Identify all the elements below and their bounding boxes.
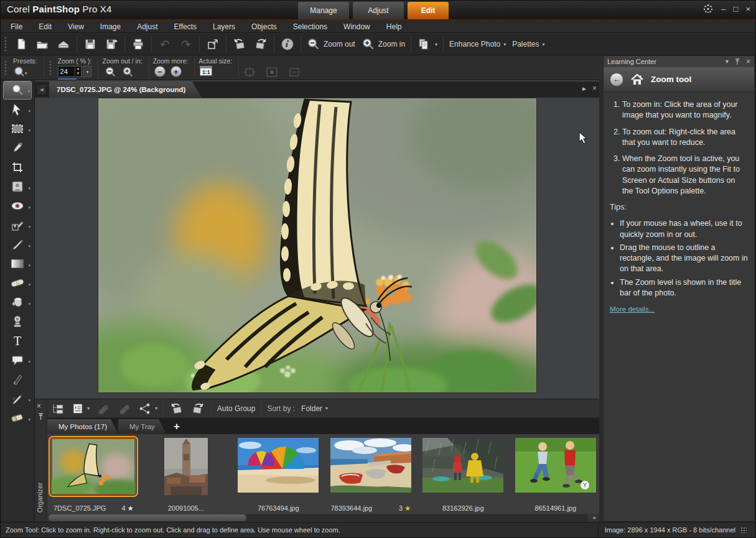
doc-nav-left-button[interactable]: ◄ bbox=[37, 84, 47, 95]
makeover-tool[interactable]: ▾ bbox=[3, 177, 32, 196]
eraser-tool[interactable]: ▾ bbox=[3, 409, 32, 427]
thumbnail-tower[interactable]: 20091005... bbox=[142, 438, 230, 514]
doc-close-button[interactable]: × bbox=[592, 84, 597, 93]
image-information-button[interactable] bbox=[277, 35, 298, 53]
selection-tool[interactable]: ▾ bbox=[3, 119, 32, 138]
maximize-button[interactable]: □ bbox=[734, 5, 739, 13]
back-button[interactable]: ← bbox=[610, 73, 623, 86]
gradient-swatch-tool[interactable]: ▾ bbox=[3, 254, 32, 273]
fit-image-to-window-icon[interactable] bbox=[265, 67, 279, 78]
menu-file[interactable]: File bbox=[11, 22, 22, 31]
home-button[interactable] bbox=[630, 73, 645, 86]
crop-tool[interactable] bbox=[3, 158, 32, 177]
copy-special-button[interactable]: ▾ bbox=[414, 35, 441, 53]
blemish-fix-tool[interactable]: ▾ bbox=[3, 274, 32, 292]
red-eye-tool[interactable]: ▾ bbox=[3, 197, 32, 215]
print-button[interactable] bbox=[128, 35, 149, 53]
close-button[interactable]: × bbox=[745, 5, 750, 13]
zoom-out-small-icon[interactable] bbox=[105, 66, 117, 78]
tag-button[interactable] bbox=[93, 399, 114, 418]
spin-down-icon[interactable]: ▼ bbox=[75, 72, 82, 77]
zoom-slider-toggle[interactable]: ▾ bbox=[83, 66, 91, 77]
menu-view[interactable]: View bbox=[68, 22, 84, 31]
org-rotate-left-button[interactable] bbox=[166, 399, 187, 418]
image-canvas[interactable] bbox=[35, 98, 599, 399]
palettes-button[interactable]: Palettes ▾ bbox=[509, 35, 548, 53]
zoom-slider-indicator[interactable] bbox=[58, 78, 77, 80]
zoom-more-out-button[interactable]: − bbox=[154, 66, 166, 77]
zoom-percent-input[interactable]: 24 ▲ ▼ bbox=[58, 66, 82, 77]
panel-pin-icon[interactable] bbox=[734, 58, 740, 65]
menu-image[interactable]: Image bbox=[100, 22, 121, 31]
spin-up-icon[interactable]: ▲ bbox=[75, 67, 82, 72]
document-tab[interactable]: 7DSC_0725.JPG @ 24% (Background) bbox=[49, 81, 202, 98]
fit-to-screen-icon[interactable] bbox=[287, 67, 301, 78]
rotate-right-button[interactable] bbox=[250, 35, 271, 53]
preset-shape-tool[interactable]: ▾ bbox=[3, 351, 32, 369]
thumbnail-rain-kids[interactable]: 83162926.jpg bbox=[419, 438, 507, 514]
organizer-close-button[interactable]: × bbox=[37, 402, 41, 410]
share-button[interactable]: ▾ bbox=[135, 399, 161, 418]
undo-button[interactable]: ↶ bbox=[154, 35, 175, 53]
thumbnail-scrollbar[interactable] bbox=[49, 514, 588, 521]
enhance-photo-button[interactable]: Enhance Photo ▾ bbox=[446, 35, 509, 53]
tab-my-photos[interactable]: My Photos (17) bbox=[47, 419, 118, 434]
thumbnail-butterfly[interactable]: 7DSC_0725.JPG 4★ bbox=[50, 438, 138, 514]
warp-brush-tool[interactable]: ▾ bbox=[3, 389, 32, 408]
tab-edit[interactable]: Edit bbox=[408, 2, 449, 19]
fit-window-to-image-icon[interactable] bbox=[243, 67, 256, 78]
tag-play-button[interactable] bbox=[114, 399, 135, 418]
presets-zoom-icon[interactable]: ▾ bbox=[13, 66, 28, 78]
doc-nav-right-button[interactable]: ► bbox=[581, 85, 587, 92]
resize-grip[interactable] bbox=[740, 527, 747, 533]
flood-fill-tool[interactable]: ▾ bbox=[3, 293, 32, 312]
rotate-left-button[interactable] bbox=[229, 35, 250, 53]
menu-window[interactable]: Window bbox=[343, 22, 370, 31]
organizer-menu-button[interactable]: ▾ bbox=[68, 399, 93, 418]
resize-button[interactable] bbox=[202, 35, 223, 53]
new-file-button[interactable] bbox=[11, 35, 32, 53]
zoom-in-button[interactable]: Zoom in bbox=[358, 35, 408, 53]
options-drag-handle[interactable] bbox=[4, 60, 7, 76]
toolbar-drag-handle[interactable] bbox=[4, 36, 7, 52]
thumbnail-scrollbar-thumb[interactable] bbox=[49, 514, 246, 521]
text-tool[interactable]: T bbox=[3, 332, 32, 350]
retouch-brush-tool[interactable]: ▾ bbox=[3, 216, 32, 234]
menu-layers[interactable]: Layers bbox=[213, 22, 235, 31]
zoom-more-in-button[interactable]: + bbox=[170, 66, 182, 77]
menu-adjust[interactable]: Adjust bbox=[137, 22, 157, 31]
pen-tool[interactable] bbox=[3, 370, 32, 389]
menu-selections[interactable]: Selections bbox=[293, 22, 327, 31]
thumbnail-umbrellas[interactable]: 76763494.jpg bbox=[235, 438, 322, 514]
zoom-out-button[interactable]: Zoom out bbox=[304, 35, 358, 53]
add-tray-button[interactable]: + bbox=[166, 419, 187, 434]
scan-import-button[interactable] bbox=[53, 35, 74, 53]
menu-effects[interactable]: Effects bbox=[174, 22, 197, 31]
zoom-percent-value[interactable]: 24 bbox=[58, 68, 75, 75]
redo-button[interactable]: ↷ bbox=[175, 35, 197, 53]
organizer-pin-icon[interactable] bbox=[37, 413, 44, 420]
butterfly-photo[interactable] bbox=[98, 98, 536, 392]
paint-brush-tool[interactable]: ▾ bbox=[3, 235, 32, 254]
minimize-button[interactable]: – bbox=[721, 5, 726, 13]
zoom-tool[interactable]: ▾ bbox=[3, 81, 32, 100]
org-rotate-right-button[interactable] bbox=[187, 399, 208, 418]
panel-menu-icon[interactable]: ▾ bbox=[726, 58, 729, 65]
picture-tube-tool[interactable] bbox=[3, 312, 32, 331]
more-details-link[interactable]: More details... bbox=[610, 305, 655, 315]
zoom-in-small-icon[interactable] bbox=[122, 66, 134, 78]
menu-edit[interactable]: Edit bbox=[39, 22, 52, 31]
sort-by-dropdown[interactable]: Folder ▾ bbox=[298, 399, 331, 418]
menu-help[interactable]: Help bbox=[386, 22, 402, 31]
zoom-spinner[interactable]: ▲ ▼ bbox=[75, 67, 82, 77]
save-as-button[interactable] bbox=[101, 35, 122, 53]
save-button[interactable] bbox=[80, 35, 101, 53]
open-button[interactable] bbox=[32, 35, 53, 53]
pick-tool[interactable]: ▾ bbox=[3, 100, 32, 119]
menu-objects[interactable]: Objects bbox=[251, 22, 277, 31]
thumbnail-soccer[interactable]: 86514961.jpg bbox=[512, 438, 600, 514]
scroll-right-button[interactable]: ► bbox=[592, 515, 597, 521]
tab-manage[interactable]: Manage bbox=[298, 2, 349, 19]
options-drag-handle[interactable] bbox=[49, 60, 52, 76]
auto-group-button[interactable]: Auto Group bbox=[214, 399, 258, 418]
